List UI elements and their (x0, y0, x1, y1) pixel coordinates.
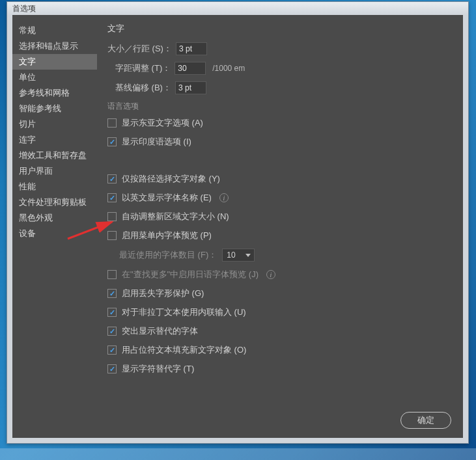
opt2-label-1: 启用丢失字形保护 (G) (122, 288, 204, 299)
tracking-input[interactable] (175, 62, 206, 75)
opt-label-0: 仅按路径选择文字对象 (Y) (122, 173, 220, 185)
ok-button[interactable]: 确定 (400, 412, 451, 429)
opt2-checkbox-3[interactable] (107, 327, 117, 336)
indic-checkbox[interactable] (107, 137, 117, 146)
info-icon[interactable]: i (266, 270, 275, 279)
indic-label: 显示印度语选项 (I) (122, 136, 191, 148)
opt2-row-5: 显示字符替代字 (T) (107, 363, 453, 375)
tracking-unit: /1000 em (212, 64, 245, 73)
recent-fonts-dropdown[interactable]: 10 (222, 249, 255, 262)
opt2-label-5: 显示字符替代字 (T) (122, 363, 194, 375)
tracking-row: 字距调整 (T)： /1000 em (115, 62, 453, 75)
info-icon[interactable]: i (219, 193, 229, 202)
opt-row-3: 启用菜单内字体预览 (P) (107, 230, 453, 241)
east-asian-checkbox[interactable] (107, 118, 117, 128)
opt2-checkbox-1[interactable] (107, 289, 117, 298)
sidebar-item-10[interactable]: 性能 (12, 179, 97, 195)
size-leading-input[interactable] (176, 42, 207, 55)
opt2-label-4: 用占位符文本填充新文字对象 (O) (122, 344, 246, 356)
opt-row-0: 仅按路径选择文字对象 (Y) (107, 173, 453, 185)
sidebar-item-1[interactable]: 选择和锚点显示 (12, 38, 97, 54)
recent-fonts-row: 最近使用的字体数目 (F)： 10 (119, 249, 453, 262)
opt2-label-3: 突出显示替代的字体 (122, 325, 198, 337)
sidebar-item-8[interactable]: 增效工具和暂存盘 (12, 148, 97, 163)
window-title: 首选项 (12, 4, 36, 13)
baseline-label: 基线偏移 (B)： (115, 82, 171, 94)
language-section-title: 语言选项 (107, 101, 453, 112)
recent-fonts-label: 最近使用的字体数目 (F)： (119, 249, 217, 261)
sidebar-item-6[interactable]: 切片 (12, 116, 97, 132)
size-leading-row: 大小／行距 (S)： (107, 42, 453, 55)
sidebar-item-9[interactable]: 用户界面 (12, 163, 97, 179)
opt2-row-2: 对于非拉丁文本使用内联输入 (U) (107, 306, 453, 318)
opt-label-3: 启用菜单内字体预览 (P) (122, 230, 212, 241)
opt-checkbox-1[interactable] (107, 193, 117, 202)
east-asian-row: 显示东亚文字选项 (A) (107, 117, 453, 129)
east-asian-label: 显示东亚文字选项 (A) (122, 117, 203, 129)
opt-checkbox-0[interactable] (107, 174, 117, 183)
opt2-checkbox-0[interactable] (107, 270, 117, 279)
opt-row-2: 自动调整新区域文字大小 (N) (107, 211, 453, 223)
sidebar-item-11[interactable]: 文件处理和剪贴板 (12, 195, 97, 210)
preferences-window: 首选项 常规选择和锚点显示文字单位参考线和网格智能参考线切片连字增效工具和暂存盘… (7, 1, 469, 444)
baseline-input[interactable] (175, 81, 206, 94)
sidebar-item-0[interactable]: 常规 (12, 23, 97, 38)
sidebar-item-5[interactable]: 智能参考线 (12, 101, 97, 116)
indic-row: 显示印度语选项 (I) (107, 136, 453, 148)
opt-label-1: 以英文显示字体名称 (E) (122, 192, 212, 204)
panel-title: 文字 (107, 23, 453, 34)
opt-checkbox-3[interactable] (107, 231, 117, 240)
opt-row-1: 以英文显示字体名称 (E)i (107, 192, 453, 204)
opt2-checkbox-2[interactable] (107, 308, 117, 317)
opt-label-2: 自动调整新区域文字大小 (N) (122, 211, 229, 223)
opt2-label-2: 对于非拉丁文本使用内联输入 (U) (122, 306, 246, 318)
sidebar-item-4[interactable]: 参考线和网格 (12, 85, 97, 101)
sidebar-item-12[interactable]: 黑色外观 (12, 210, 97, 226)
dialog-body: 常规选择和锚点显示文字单位参考线和网格智能参考线切片连字增效工具和暂存盘用户界面… (12, 15, 463, 438)
opt2-row-0: 在"查找更多"中启用日语字体预览 (J)i (107, 269, 453, 280)
sidebar: 常规选择和锚点显示文字单位参考线和网格智能参考线切片连字增效工具和暂存盘用户界面… (12, 15, 97, 438)
main-panel: 文字 大小／行距 (S)： 字距调整 (T)： /1000 em 基线偏移 (B… (97, 15, 463, 438)
tracking-label: 字距调整 (T)： (115, 62, 171, 74)
opt2-checkbox-4[interactable] (107, 345, 117, 355)
opt2-row-1: 启用丢失字形保护 (G) (107, 288, 453, 299)
baseline-row: 基线偏移 (B)： (115, 81, 453, 94)
opt2-checkbox-5[interactable] (107, 364, 117, 373)
size-leading-label: 大小／行距 (S)： (107, 43, 172, 55)
window-titlebar: 首选项 (7, 2, 468, 15)
opt2-label-0: 在"查找更多"中启用日语字体预览 (J) (122, 269, 259, 280)
opt2-row-3: 突出显示替代的字体 (107, 325, 453, 337)
opt2-row-4: 用占位符文本填充新文字对象 (O) (107, 344, 453, 356)
sidebar-item-13[interactable]: 设备 (12, 226, 97, 241)
sidebar-item-2[interactable]: 文字 (12, 54, 97, 70)
opt-checkbox-2[interactable] (107, 212, 117, 221)
sidebar-item-7[interactable]: 连字 (12, 132, 97, 148)
taskbar (0, 448, 476, 460)
sidebar-item-3[interactable]: 单位 (12, 70, 97, 85)
